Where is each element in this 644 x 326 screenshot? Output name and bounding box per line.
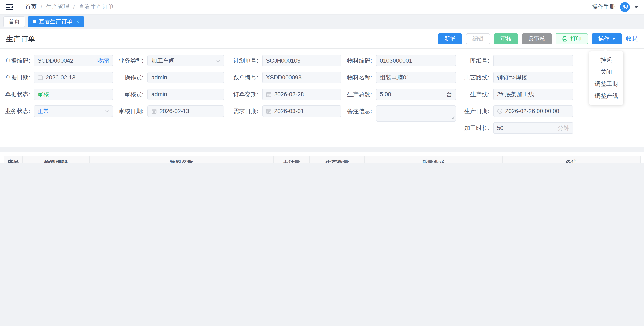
drawing-no-label: 图纸号: <box>456 57 493 65</box>
demand-date-field[interactable]: 2026-03-01 <box>262 105 342 117</box>
operator-value: admin <box>151 74 220 81</box>
follow-no-label: 跟单编号: <box>224 74 262 81</box>
tab-bar: 首页 查看生产订单 × <box>0 14 644 29</box>
column-header: 质量要求 <box>364 156 502 163</box>
column-header: 生产数量 <box>310 156 364 163</box>
material-code-value: 0103000001 <box>380 57 452 64</box>
action-menu-item-adjust-line[interactable]: 调整产线 <box>589 90 623 102</box>
material-name-field[interactable]: 组装电脑01 <box>376 72 456 83</box>
production-date-value: 2026-02-26 00:00:00 <box>505 108 570 114</box>
biz-type-label: 业务类型: <box>113 57 148 65</box>
tab-close-icon[interactable]: × <box>76 19 79 25</box>
items-table-card: 序号物料编码物料名称主计量生产数量质量要求备注10103000001组装电脑01… <box>0 152 644 163</box>
production-date-label: 生产日期: <box>456 107 493 115</box>
material-name-value: 组装电脑01 <box>380 74 452 81</box>
doc-code-value: SCDD000042 <box>38 57 95 64</box>
order-due-date-field[interactable]: 2026-02-28 <box>262 89 342 100</box>
chevron-down-icon <box>612 38 616 42</box>
plan-no-label: 计划单号: <box>224 57 262 65</box>
action-menu: 挂起关闭调整工期调整产线 <box>589 51 623 105</box>
action-button[interactable]: 操作 <box>592 33 622 45</box>
auditor-value: admin <box>151 91 220 98</box>
doc-date-value: 2026-02-13 <box>46 74 109 81</box>
drawing-no-field[interactable] <box>493 55 573 67</box>
doc-status-field[interactable]: 审核 <box>34 89 113 100</box>
operator-field[interactable]: admin <box>148 72 224 83</box>
calendar-icon <box>38 75 43 80</box>
biz-type-field[interactable]: 加工车间 <box>148 55 224 67</box>
process-duration-value: 50 <box>497 125 555 131</box>
top-navbar: 首页 / 生产管理 / 查看生产订单 操作手册 M <box>0 0 644 14</box>
form-header: 生产订单 新增 编辑 审核 反审核 打印 操作 收起 <box>0 29 644 49</box>
follow-no-value: XSDD000093 <box>266 74 338 81</box>
column-header: 备注 <box>502 156 640 163</box>
process-duration-unit: 分钟 <box>558 124 570 132</box>
calendar-icon <box>266 92 272 97</box>
column-header: 序号 <box>4 156 23 163</box>
order-form: 单据编码:SCDD000042收缩单据日期:2026-02-13单据状态:审核业… <box>0 49 644 134</box>
resize-grip-icon[interactable] <box>452 114 455 120</box>
audit-button[interactable]: 审核 <box>494 33 518 45</box>
production-date-field[interactable]: 2026-02-26 00:00:00 <box>493 105 573 117</box>
material-code-field[interactable]: 0103000001 <box>376 55 456 67</box>
order-due-date-label: 订单交期: <box>224 90 262 98</box>
tab-active-dot-icon <box>33 20 36 23</box>
action-menu-item-suspend[interactable]: 挂起 <box>589 54 623 66</box>
total-qty-label: 生产总数: <box>342 90 376 98</box>
operator-label: 操作员: <box>113 74 148 81</box>
audit-date-field[interactable]: 2026-02-13 <box>148 105 224 117</box>
column-header: 主计量 <box>274 156 310 163</box>
manual-link[interactable]: 操作手册 <box>592 3 615 11</box>
breadcrumb-home[interactable]: 首页 <box>25 3 37 11</box>
remark-label: 备注信息: <box>342 107 376 115</box>
breadcrumb-production[interactable]: 生产管理 <box>46 3 70 11</box>
toolbar: 新增 编辑 审核 反审核 打印 操作 收起 <box>438 33 638 45</box>
order-form-card: 生产订单 新增 编辑 审核 反审核 打印 操作 收起 <box>0 29 644 147</box>
doc-date-field[interactable]: 2026-02-13 <box>34 72 113 83</box>
audit-date-label: 审核日期: <box>113 107 148 115</box>
production-line-field[interactable]: 2# 底架加工线 <box>493 89 573 100</box>
collapse-link[interactable]: 收起 <box>626 35 638 43</box>
process-route-field[interactable]: 铆钉=>焊接 <box>493 72 573 83</box>
total-qty-field[interactable]: 5.00台 <box>376 89 456 100</box>
auditor-field[interactable]: admin <box>148 89 224 100</box>
breadcrumb-separator: / <box>73 4 75 10</box>
biz-status-field[interactable]: 正常 <box>34 105 113 117</box>
section-gap <box>0 147 644 152</box>
follow-no-field[interactable]: XSDD000093 <box>262 72 342 83</box>
app-window: 首页 / 生产管理 / 查看生产订单 操作手册 M 首页 查看生产订单 × 生产… <box>0 0 644 163</box>
plan-no-field[interactable]: SCJH000109 <box>262 55 342 67</box>
chevron-down-icon <box>216 59 220 62</box>
process-route-value: 铆钉=>焊接 <box>497 74 570 81</box>
column-header: 物料名称 <box>90 156 274 163</box>
unaudit-button[interactable]: 反审核 <box>522 33 552 45</box>
user-caret-down-icon[interactable] <box>634 6 638 10</box>
total-qty-value: 5.00 <box>380 91 444 98</box>
action-menu-item-adjust-schedule[interactable]: 调整工期 <box>589 78 623 90</box>
biz-status-label: 业务状态: <box>5 107 34 115</box>
material-name-label: 物料名称: <box>342 74 376 81</box>
add-button[interactable]: 新增 <box>438 33 462 45</box>
edit-button: 编辑 <box>466 33 490 45</box>
print-button[interactable]: 打印 <box>556 33 588 45</box>
biz-status-value: 正常 <box>38 107 102 115</box>
user-avatar[interactable]: M <box>620 2 630 12</box>
biz-type-value: 加工车间 <box>151 57 213 65</box>
doc-status-label: 单据状态: <box>5 90 34 98</box>
clock-icon <box>497 108 502 114</box>
tab-active-label: 查看生产订单 <box>39 18 72 26</box>
process-duration-label: 加工时长: <box>456 124 493 132</box>
doc-code-field[interactable]: SCDD000042收缩 <box>34 55 113 67</box>
remark-field[interactable] <box>376 105 456 122</box>
demand-date-label: 需求日期: <box>224 107 262 115</box>
process-duration-field[interactable]: 50分钟 <box>493 122 573 134</box>
menu-fold-icon[interactable] <box>6 4 15 10</box>
tab-view-production-order[interactable]: 查看生产订单 × <box>28 16 84 27</box>
audit-date-value: 2026-02-13 <box>160 108 220 114</box>
collapse-code-link[interactable]: 收缩 <box>98 57 109 65</box>
calendar-icon <box>151 108 157 114</box>
tab-home[interactable]: 首页 <box>4 16 25 27</box>
action-menu-item-close[interactable]: 关闭 <box>589 66 623 78</box>
breadcrumb-separator: / <box>40 4 42 10</box>
chevron-down-icon <box>105 110 109 112</box>
